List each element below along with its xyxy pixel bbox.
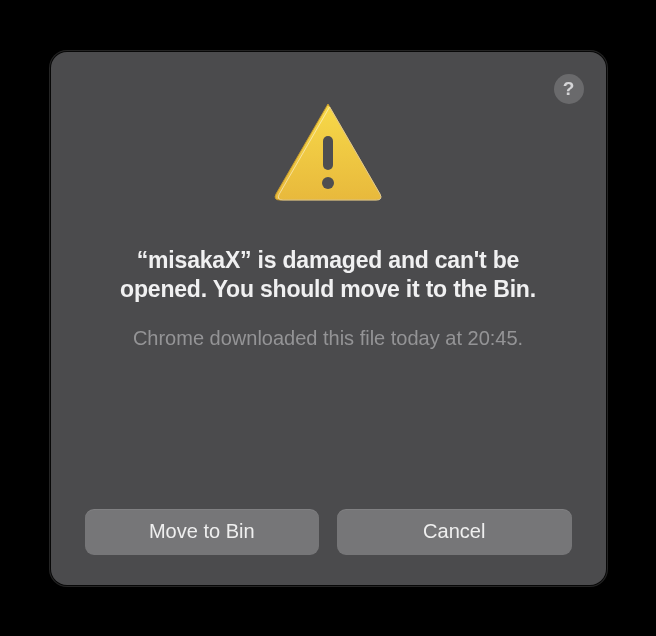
cancel-button[interactable]: Cancel	[337, 509, 572, 555]
dialog-subtitle: Chrome downloaded this file today at 20:…	[103, 325, 553, 352]
svg-rect-0	[323, 136, 333, 170]
help-button[interactable]: ?	[554, 74, 584, 104]
warning-icon	[270, 100, 386, 208]
dialog-title: “misakaX” is damaged and can't be opened…	[85, 246, 572, 306]
alert-dialog: ? “misakaX” is damaged and can't be open…	[51, 52, 606, 585]
move-to-bin-button[interactable]: Move to Bin	[85, 509, 320, 555]
help-icon: ?	[563, 78, 575, 100]
button-row: Move to Bin Cancel	[85, 509, 572, 555]
svg-point-1	[322, 177, 334, 189]
